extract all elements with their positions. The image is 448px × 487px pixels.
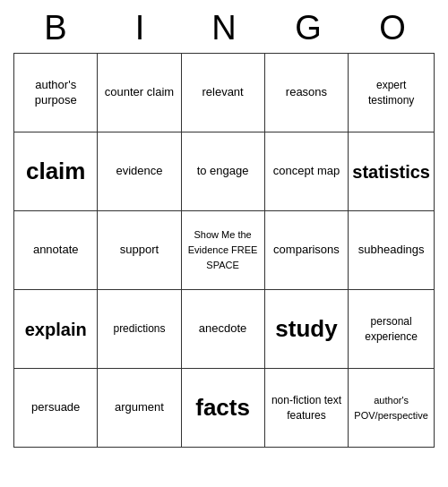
letter-i: I — [100, 9, 179, 47]
bingo-cell-4-1: argument — [98, 369, 181, 448]
bingo-cell-4-3: non-fiction text features — [264, 369, 349, 448]
bingo-cell-0-1: counter claim — [98, 54, 181, 132]
bingo-cell-2-4: subheadings — [349, 211, 435, 290]
bingo-cell-3-2: anecdote — [181, 290, 264, 369]
bingo-cell-1-1: evidence — [98, 132, 181, 211]
bingo-cell-0-2: relevant — [181, 54, 264, 132]
bingo-cell-0-3: reasons — [264, 54, 349, 132]
bingo-cell-3-4: personal experience — [349, 290, 435, 369]
bingo-cell-3-1: predictions — [98, 290, 181, 369]
bingo-cell-4-2: facts — [181, 369, 264, 448]
bingo-cell-1-4: statistics — [349, 132, 435, 211]
bingo-cell-2-2: Show Me the Evidence FREE SPACE — [181, 211, 264, 290]
bingo-cell-2-1: support — [98, 211, 181, 290]
bingo-cell-2-0: annotate — [14, 211, 98, 290]
bingo-cell-3-3: study — [264, 290, 349, 369]
bingo-cell-0-0: author's purpose — [14, 54, 98, 132]
bingo-grid: author's purposecounter claimrelevantrea… — [13, 53, 435, 448]
bingo-cell-4-4: author's POV/perspective — [349, 369, 435, 448]
letter-o: O — [353, 9, 432, 47]
bingo-cell-3-0: explain — [14, 290, 98, 369]
letter-n: N — [185, 9, 263, 47]
bingo-cell-1-2: to engage — [181, 132, 264, 211]
bingo-cell-1-0: claim — [14, 132, 98, 211]
bingo-cell-2-3: comparisons — [264, 211, 349, 290]
bingo-cell-4-0: persuade — [14, 369, 98, 448]
bingo-cell-1-3: concept map — [264, 132, 349, 211]
letter-g: G — [269, 9, 348, 47]
bingo-cell-0-4: expert testimony — [349, 54, 435, 132]
bingo-title: B I N G O — [13, 9, 435, 47]
letter-b: B — [16, 9, 95, 47]
